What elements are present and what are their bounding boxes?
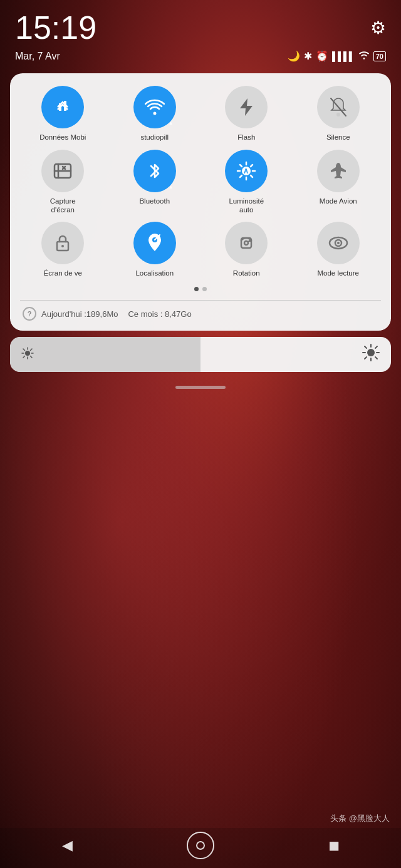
tile-rotation[interactable]: Rotation [204, 222, 289, 278]
tile-rotation-label: Rotation [233, 269, 260, 278]
divider [20, 300, 381, 301]
tile-screenshot-label: Capture d'écran [39, 197, 86, 215]
battery-icon: 70 [373, 51, 386, 61]
tile-flash-circle [225, 86, 268, 128]
tile-rotation-circle [225, 222, 268, 264]
svg-line-44 [375, 357, 377, 359]
tiles-grid: Données Mobi studiopill Flash [20, 86, 381, 278]
tile-bluetooth-circle [133, 150, 176, 192]
tile-mobile-data-circle [41, 86, 84, 128]
svg-point-19 [61, 245, 64, 247]
svg-line-14 [251, 175, 253, 177]
svg-line-36 [31, 349, 33, 351]
svg-line-13 [240, 165, 242, 167]
data-usage-icon: ? [23, 307, 36, 321]
svg-line-34 [23, 349, 25, 351]
tile-screen-lock-circle [41, 222, 84, 264]
svg-point-38 [367, 349, 375, 356]
home-indicator [175, 386, 226, 389]
svg-line-15 [251, 165, 253, 167]
tile-screenshot[interactable]: Capture d'écran [20, 150, 106, 215]
tile-airplane-label: Mode Avion [320, 197, 357, 206]
svg-line-37 [23, 356, 25, 358]
brightness-panel[interactable] [10, 337, 391, 372]
tile-mobile-data[interactable]: Données Mobi [20, 86, 106, 142]
tile-reading-mode-label: Mode lecture [318, 269, 359, 278]
tile-location-circle [133, 222, 176, 264]
back-button[interactable]: ◀ [52, 830, 82, 860]
svg-point-28 [337, 242, 340, 244]
tile-silence[interactable]: Silence [296, 86, 382, 142]
home-button[interactable] [187, 832, 214, 859]
svg-text:A: A [244, 168, 248, 175]
time-display: 15:19 [15, 11, 96, 44]
tile-brightness-auto[interactable]: A Luminosité auto [204, 150, 289, 215]
dot-1 [194, 287, 199, 291]
month-usage: Ce mois : 8,47Go [128, 309, 191, 319]
tile-wifi-label: studiopill [140, 133, 169, 142]
tile-airplane-circle [317, 150, 360, 192]
status-icons: 🌙 ✱ ⏰ ▌▌▌▌ 70 [288, 50, 386, 62]
moon-icon: 🌙 [288, 50, 300, 62]
bottom-nav: ◀ ◼ [0, 828, 401, 868]
signal-icon: ▌▌▌▌ [332, 51, 355, 61]
alarm-icon: ⏰ [316, 50, 328, 62]
tile-wifi-circle [133, 86, 176, 128]
tile-flash[interactable]: Flash [204, 86, 289, 142]
status-bar: 15:19 ⚙ [0, 0, 401, 48]
svg-line-16 [240, 175, 242, 177]
date-status-row: Mar, 7 Avr 🌙 ✱ ⏰ ▌▌▌▌ 70 [0, 48, 401, 68]
svg-point-0 [153, 112, 156, 115]
wifi-status-icon [358, 51, 370, 62]
tile-reading-mode-circle [317, 222, 360, 264]
control-panel: Données Mobi studiopill Flash [10, 73, 391, 331]
tile-mobile-data-label: Données Mobi [39, 133, 86, 142]
today-usage: Aujourd'hui :189,6Mo [41, 309, 118, 319]
svg-point-29 [25, 351, 30, 356]
svg-line-43 [365, 346, 367, 348]
tile-location[interactable]: Localisation [112, 222, 198, 278]
pagination-dots [20, 287, 381, 291]
svg-line-45 [375, 346, 377, 348]
tile-bluetooth-label: Bluetooth [139, 197, 170, 206]
tile-screenshot-circle [41, 150, 84, 192]
watermark: 头条 @黑脸大人 [330, 813, 390, 824]
tile-screen-lock-label: Écran de ve [44, 269, 82, 278]
data-usage: ? Aujourd'hui :189,6Mo Ce mois : 8,47Go [20, 307, 381, 321]
tile-airplane[interactable]: Mode Avion [296, 150, 382, 215]
tile-flash-label: Flash [237, 133, 255, 142]
tile-bluetooth[interactable]: Bluetooth [112, 150, 198, 215]
tile-reading-mode[interactable]: Mode lecture [296, 222, 382, 278]
tile-wifi[interactable]: studiopill [112, 86, 198, 142]
brightness-content [10, 344, 391, 366]
svg-line-35 [31, 356, 33, 358]
home-indicator-area [0, 378, 401, 393]
tile-brightness-auto-circle: A [225, 150, 268, 192]
tile-brightness-auto-label: Luminosité auto [223, 197, 270, 215]
tile-silence-circle [317, 86, 360, 128]
tile-screen-lock[interactable]: Écran de ve [20, 222, 106, 278]
date-display: Mar, 7 Avr [15, 51, 60, 62]
bluetooth-status-icon: ✱ [304, 50, 312, 62]
brightness-low-icon [21, 347, 34, 363]
svg-point-1 [336, 113, 340, 116]
tile-silence-label: Silence [326, 133, 350, 142]
svg-line-46 [365, 357, 367, 359]
brightness-high-icon [362, 344, 380, 366]
tile-location-label: Localisation [135, 269, 174, 278]
svg-point-25 [244, 241, 248, 245]
dot-2 [202, 287, 207, 291]
gear-icon[interactable]: ⚙ [370, 18, 386, 38]
recents-button[interactable]: ◼ [319, 830, 349, 860]
